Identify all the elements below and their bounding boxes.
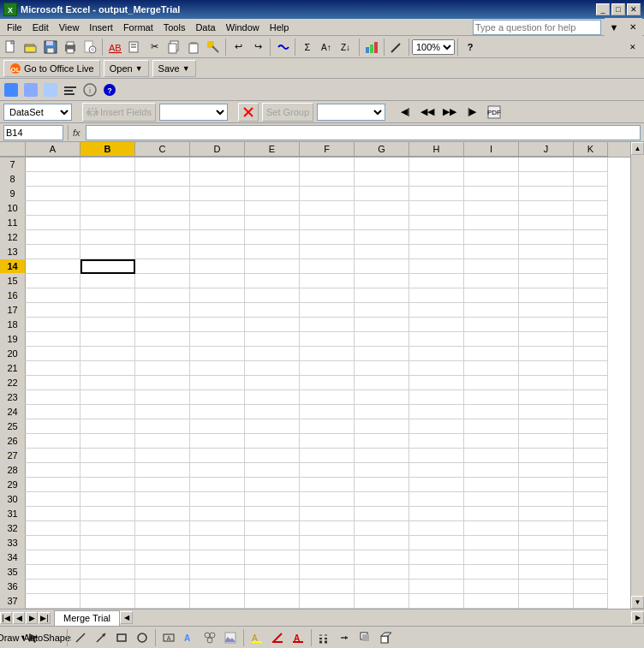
cell-J8[interactable]: [519, 172, 574, 187]
cell-G33[interactable]: [355, 536, 409, 550]
cell-H35[interactable]: [409, 565, 464, 580]
cell-E32[interactable]: [245, 521, 300, 536]
cell-K30[interactable]: [574, 492, 608, 507]
cell-E31[interactable]: [245, 507, 300, 521]
cell-I26[interactable]: [464, 434, 519, 449]
cell-H21[interactable]: [409, 361, 464, 376]
cell-E28[interactable]: [245, 463, 300, 478]
cell-D30[interactable]: [190, 492, 245, 507]
cell-F11[interactable]: [300, 216, 355, 230]
cell-K19[interactable]: [574, 332, 608, 347]
cell-G11[interactable]: [355, 216, 409, 230]
cell-G29[interactable]: [355, 478, 409, 492]
cell-E24[interactable]: [245, 405, 300, 419]
diagram-button[interactable]: [200, 628, 219, 647]
cell-C37[interactable]: [135, 594, 190, 609]
cell-D36[interactable]: [190, 580, 245, 594]
cell-B14[interactable]: [80, 259, 135, 274]
cell-H17[interactable]: [409, 303, 464, 318]
cell-D25[interactable]: [190, 419, 245, 434]
cell-F15[interactable]: [300, 274, 355, 288]
cell-K15[interactable]: [574, 274, 608, 288]
cell-D32[interactable]: [190, 521, 245, 536]
cell-I11[interactable]: [464, 216, 519, 230]
menu-tools[interactable]: Tools: [158, 21, 191, 34]
undo-button[interactable]: ↩: [229, 38, 247, 56]
cell-D21[interactable]: [190, 361, 245, 376]
row-header-33[interactable]: 33: [0, 536, 26, 550]
menu-file[interactable]: File: [2, 21, 27, 34]
cell-I20[interactable]: [464, 347, 519, 361]
row-header-37[interactable]: 37: [0, 594, 26, 609]
cell-H20[interactable]: [409, 347, 464, 361]
save-dropdown-button[interactable]: Save ▼: [152, 60, 196, 77]
cell-E35[interactable]: [245, 565, 300, 580]
cell-F13[interactable]: [300, 245, 355, 259]
draw-menu-button[interactable]: Draw ▼: [3, 628, 22, 647]
cell-A13[interactable]: [26, 245, 80, 259]
cell-G9[interactable]: [355, 187, 409, 201]
menu-view[interactable]: View: [54, 21, 85, 34]
scroll-up-arrow[interactable]: ▲: [631, 142, 644, 155]
cell-F32[interactable]: [300, 521, 355, 536]
cell-J10[interactable]: [519, 201, 574, 216]
row-header-9[interactable]: 9: [0, 187, 26, 201]
cell-H18[interactable]: [409, 318, 464, 332]
cell-B29[interactable]: [80, 478, 135, 492]
cell-B9[interactable]: [80, 187, 135, 201]
cell-I22[interactable]: [464, 376, 519, 390]
cell-H37[interactable]: [409, 594, 464, 609]
cell-J23[interactable]: [519, 390, 574, 405]
cell-H33[interactable]: [409, 536, 464, 550]
cell-D31[interactable]: [190, 507, 245, 521]
cell-B33[interactable]: [80, 536, 135, 550]
formula-input[interactable]: [86, 125, 641, 140]
new-button[interactable]: [2, 38, 21, 56]
autoshapes-button[interactable]: AutoShapes ▼: [45, 628, 63, 647]
zoom-select[interactable]: 100% 75% 50%: [412, 39, 455, 55]
sort-desc-button[interactable]: Z↓: [337, 38, 356, 56]
sheet-tab-merge-trial[interactable]: Merge Trial: [54, 610, 120, 626]
cell-K14[interactable]: [574, 259, 608, 274]
cell-C20[interactable]: [135, 347, 190, 361]
cell-I7[interactable]: [464, 158, 519, 172]
cell-G18[interactable]: [355, 318, 409, 332]
help-dropdown-button[interactable]: ▼: [605, 18, 623, 37]
spell-check-button[interactable]: ABC: [105, 38, 124, 56]
cell-H32[interactable]: [409, 521, 464, 536]
cell-F37[interactable]: [300, 594, 355, 609]
cell-I16[interactable]: [464, 288, 519, 303]
cell-H29[interactable]: [409, 478, 464, 492]
row-header-18[interactable]: 18: [0, 318, 26, 332]
cell-G32[interactable]: [355, 521, 409, 536]
cell-C32[interactable]: [135, 521, 190, 536]
dash-style-button[interactable]: [315, 628, 334, 647]
row-header-34[interactable]: 34: [0, 550, 26, 565]
cell-E29[interactable]: [245, 478, 300, 492]
line-button[interactable]: [71, 628, 90, 647]
cell-I18[interactable]: [464, 318, 519, 332]
cell-B18[interactable]: [80, 318, 135, 332]
cell-A28[interactable]: [26, 463, 80, 478]
cell-K21[interactable]: [574, 361, 608, 376]
row-header-30[interactable]: 30: [0, 492, 26, 507]
row-header-10[interactable]: 10: [0, 201, 26, 216]
cell-K16[interactable]: [574, 288, 608, 303]
line-color-button[interactable]: [268, 628, 287, 647]
row-header-28[interactable]: 28: [0, 463, 26, 478]
cell-C34[interactable]: [135, 550, 190, 565]
cell-J14[interactable]: [519, 259, 574, 274]
cell-B31[interactable]: [80, 507, 135, 521]
cell-D22[interactable]: [190, 376, 245, 390]
cell-J22[interactable]: [519, 376, 574, 390]
research-button[interactable]: [125, 38, 144, 56]
h-scroll-left[interactable]: ◀: [120, 611, 133, 624]
cell-B11[interactable]: [80, 216, 135, 230]
cell-D29[interactable]: [190, 478, 245, 492]
cell-C7[interactable]: [135, 158, 190, 172]
cell-H22[interactable]: [409, 376, 464, 390]
cell-F10[interactable]: [300, 201, 355, 216]
cell-I29[interactable]: [464, 478, 519, 492]
cell-F29[interactable]: [300, 478, 355, 492]
help-button[interactable]: ?: [461, 38, 480, 56]
